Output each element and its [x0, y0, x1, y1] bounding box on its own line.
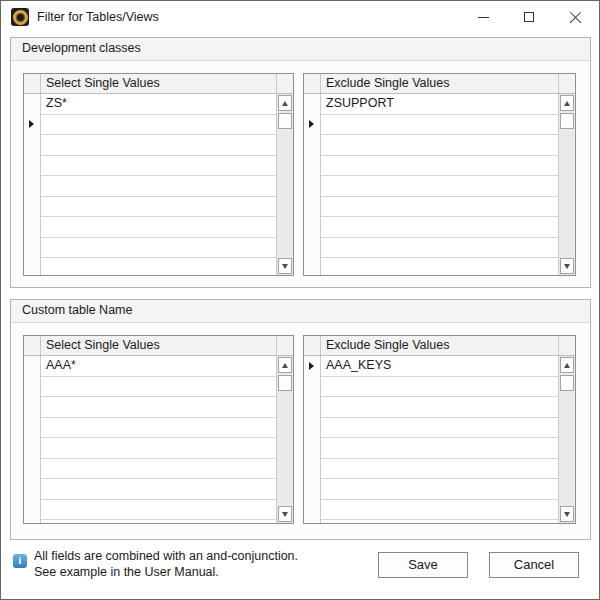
vertical-scrollbar[interactable]: [558, 94, 575, 275]
column-header[interactable]: Select Single Values: [41, 74, 276, 93]
exclude-values-grid[interactable]: Exclude Single ValuesAAA_KEYS: [303, 335, 576, 524]
grid-header-row: Exclude Single Values: [304, 336, 575, 356]
scroll-up-button[interactable]: [560, 95, 574, 111]
grid-row[interactable]: [321, 115, 558, 136]
grid-row[interactable]: [41, 238, 276, 259]
maximize-icon: [524, 12, 534, 22]
row-selector-column[interactable]: [24, 356, 41, 523]
grid-row[interactable]: [321, 377, 558, 398]
scrollbar-header-cell: [276, 74, 293, 93]
minimize-button[interactable]: [460, 2, 506, 32]
current-row-marker-icon: [29, 120, 34, 128]
scrollbar-header-cell: [276, 336, 293, 355]
grid-row[interactable]: [41, 377, 276, 398]
scroll-up-button[interactable]: [278, 95, 292, 111]
row-selector-header-cell[interactable]: [24, 336, 41, 355]
grid-row[interactable]: AAA*: [41, 356, 276, 377]
row-selector-column[interactable]: [304, 356, 321, 523]
grid-row[interactable]: [41, 500, 276, 521]
footer-note-line2: See example in the User Manual.: [34, 565, 298, 581]
exclude-values-grid[interactable]: Exclude Single ValuesZSUPPORT: [303, 73, 576, 276]
grid-row[interactable]: AAA_KEYS: [321, 356, 558, 377]
scroll-down-button[interactable]: [278, 258, 292, 274]
value-rows: AAA*: [41, 356, 276, 523]
info-icon: i: [13, 554, 27, 568]
grid-row[interactable]: [41, 397, 276, 418]
grid-row[interactable]: [41, 135, 276, 156]
app-logo-icon: [11, 8, 29, 26]
column-header[interactable]: Exclude Single Values: [321, 74, 558, 93]
grid-row[interactable]: [321, 238, 558, 259]
scrollbar-thumb[interactable]: [278, 375, 292, 391]
grid-row[interactable]: [41, 520, 276, 523]
grid-row[interactable]: [321, 479, 558, 500]
grid-row[interactable]: [321, 438, 558, 459]
current-row-marker-icon: [309, 120, 314, 128]
column-header[interactable]: Exclude Single Values: [321, 336, 558, 355]
row-selector-column[interactable]: [304, 94, 321, 275]
row-selector-header-cell[interactable]: [24, 74, 41, 93]
grid-row[interactable]: [41, 438, 276, 459]
grid-row[interactable]: [321, 459, 558, 480]
cancel-button[interactable]: Cancel: [489, 552, 579, 578]
grid-row[interactable]: [321, 217, 558, 238]
scrollbar-thumb[interactable]: [278, 113, 292, 129]
vertical-scrollbar[interactable]: [558, 356, 575, 523]
maximize-button[interactable]: [506, 2, 552, 32]
grid-row[interactable]: [41, 115, 276, 136]
grid-body: ZS*: [24, 94, 293, 275]
grid-row[interactable]: ZS*: [41, 94, 276, 115]
scroll-up-button[interactable]: [278, 357, 292, 373]
caption-buttons: [460, 2, 598, 32]
group-title: Development classes: [11, 38, 590, 61]
grid-row[interactable]: [321, 197, 558, 218]
scroll-down-button[interactable]: [278, 506, 292, 522]
scrollbar-header-cell: [558, 336, 575, 355]
grid-body: AAA*: [24, 356, 293, 523]
select-values-grid[interactable]: Select Single ValuesZS*: [23, 73, 294, 276]
grid-row[interactable]: [321, 397, 558, 418]
vertical-scrollbar[interactable]: [276, 94, 293, 275]
grid-row[interactable]: [41, 258, 276, 275]
grid-row[interactable]: [321, 135, 558, 156]
row-selector-header-cell[interactable]: [304, 336, 321, 355]
grid-row[interactable]: ZSUPPORT: [321, 94, 558, 115]
grid-row[interactable]: [41, 418, 276, 439]
scroll-down-button[interactable]: [560, 506, 574, 522]
grid-row[interactable]: [321, 258, 558, 275]
scroll-down-icon: [282, 512, 288, 517]
select-values-grid[interactable]: Select Single ValuesAAA*: [23, 335, 294, 524]
column-header[interactable]: Select Single Values: [41, 336, 276, 355]
grid-row[interactable]: [41, 156, 276, 177]
scroll-down-icon: [282, 264, 288, 269]
scrollbar-thumb[interactable]: [560, 375, 574, 391]
grid-row[interactable]: [321, 176, 558, 197]
grid-row[interactable]: [321, 520, 558, 523]
scroll-down-button[interactable]: [560, 258, 574, 274]
scrollbar-header-cell: [558, 74, 575, 93]
scrollbar-thumb[interactable]: [560, 113, 574, 129]
value-rows: ZS*: [41, 94, 276, 275]
group-custom-table-name: Custom table Name Select Single ValuesAA…: [10, 299, 591, 540]
close-button[interactable]: [552, 2, 598, 32]
grid-row[interactable]: [41, 176, 276, 197]
grid-body: ZSUPPORT: [304, 94, 575, 275]
grid-row[interactable]: [41, 217, 276, 238]
grid-row[interactable]: [41, 197, 276, 218]
vertical-scrollbar[interactable]: [276, 356, 293, 523]
grid-row[interactable]: [321, 500, 558, 521]
grid-row[interactable]: [41, 479, 276, 500]
grid-row[interactable]: [321, 156, 558, 177]
grid-body: AAA_KEYS: [304, 356, 575, 523]
row-selector-header-cell[interactable]: [304, 74, 321, 93]
scroll-up-button[interactable]: [560, 357, 574, 373]
grid-row[interactable]: [41, 459, 276, 480]
footer-note-line1: All fields are combined with an and-conj…: [34, 549, 298, 565]
grid-header-row: Select Single Values: [24, 336, 293, 356]
save-button[interactable]: Save: [378, 552, 468, 578]
grid-row[interactable]: [321, 418, 558, 439]
grid-header-row: Exclude Single Values: [304, 74, 575, 94]
row-selector-column[interactable]: [24, 94, 41, 275]
scroll-down-icon: [564, 512, 570, 517]
scroll-up-icon: [282, 363, 288, 368]
